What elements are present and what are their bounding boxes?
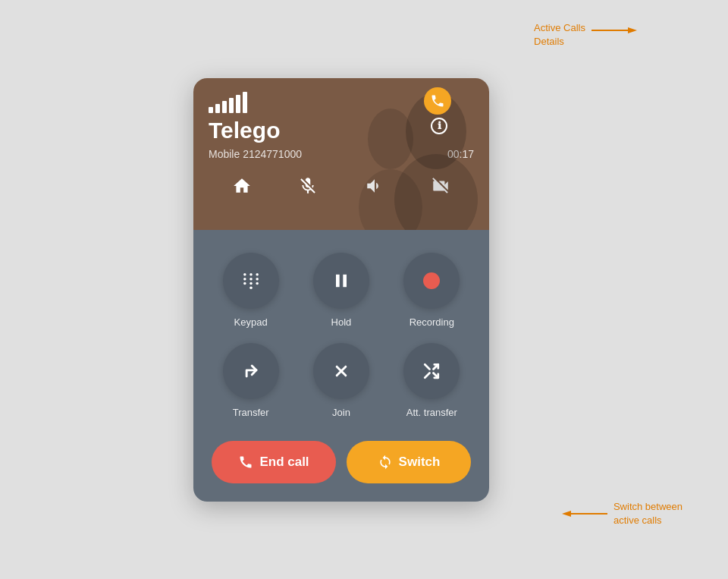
end-call-label: End call bbox=[259, 455, 309, 470]
svg-point-4 bbox=[243, 273, 246, 276]
svg-marker-15 bbox=[628, 27, 637, 33]
call-info-row: Mobile 2124771000 00:17 bbox=[209, 148, 474, 160]
transfer-btn-circle bbox=[223, 343, 279, 399]
svg-point-6 bbox=[256, 273, 259, 276]
svg-point-5 bbox=[249, 273, 253, 276]
hold-btn-circle bbox=[313, 253, 369, 309]
active-calls-annotation: Active CallsDetails bbox=[534, 21, 637, 49]
svg-point-9 bbox=[256, 277, 259, 280]
switch-annotation: Switch betweenactive calls bbox=[562, 500, 682, 527]
att-transfer-label: Att. transfer bbox=[406, 407, 457, 418]
att-transfer-btn-circle bbox=[403, 343, 460, 399]
bottom-buttons: End call Switch bbox=[212, 441, 471, 483]
home-button[interactable] bbox=[230, 174, 254, 198]
transfer-button[interactable]: Transfer bbox=[212, 343, 290, 418]
svg-marker-17 bbox=[562, 511, 571, 517]
phone-ui: ℹ Telego Mobile 2124771000 00:17 bbox=[193, 78, 489, 502]
action-panel: Keypad Hold Recording bbox=[193, 230, 489, 502]
svg-point-10 bbox=[243, 282, 246, 285]
recording-dot bbox=[423, 272, 440, 289]
recording-button[interactable]: Recording bbox=[393, 253, 471, 328]
keypad-label: Keypad bbox=[234, 316, 268, 328]
signal-bar-3 bbox=[222, 101, 227, 113]
switch-arrow bbox=[562, 502, 607, 525]
caller-number: Mobile 2124771000 bbox=[209, 148, 302, 160]
end-call-button[interactable]: End call bbox=[212, 441, 336, 483]
active-calls-arrow bbox=[592, 24, 637, 47]
signal-bar-4 bbox=[229, 98, 234, 113]
action-grid: Keypad Hold Recording bbox=[212, 253, 471, 418]
signal-bar-5 bbox=[236, 95, 240, 113]
transfer-label: Transfer bbox=[233, 407, 269, 418]
switch-annotation-text: Switch betweenactive calls bbox=[613, 500, 682, 527]
svg-point-13 bbox=[249, 286, 253, 289]
svg-point-11 bbox=[249, 282, 253, 285]
switch-label: Switch bbox=[399, 455, 441, 470]
signal-bar-1 bbox=[209, 107, 213, 113]
keypad-button[interactable]: Keypad bbox=[212, 253, 290, 328]
att-transfer-button[interactable]: Att. transfer bbox=[393, 343, 471, 418]
call-controls-row bbox=[209, 174, 474, 203]
join-btn-circle bbox=[313, 343, 369, 399]
mute-button[interactable] bbox=[296, 174, 320, 198]
keypad-btn-circle bbox=[223, 253, 279, 309]
svg-point-12 bbox=[256, 282, 259, 285]
svg-point-7 bbox=[243, 277, 246, 280]
signal-bar-6 bbox=[243, 92, 247, 113]
hold-button[interactable]: Hold bbox=[302, 253, 380, 328]
recording-btn-circle bbox=[403, 253, 460, 309]
recording-label: Recording bbox=[410, 316, 454, 328]
call-timer: 00:17 bbox=[447, 148, 474, 160]
active-calls-annotation-text: Active CallsDetails bbox=[534, 21, 585, 49]
speaker-button[interactable] bbox=[362, 174, 387, 198]
join-button[interactable]: Join bbox=[302, 343, 380, 418]
info-icon[interactable]: ℹ bbox=[431, 118, 447, 134]
call-header: ℹ Telego Mobile 2124771000 00:17 bbox=[193, 78, 489, 230]
switch-button[interactable]: Switch bbox=[347, 441, 471, 483]
signal-bar-2 bbox=[215, 104, 220, 113]
active-calls-badge[interactable] bbox=[424, 87, 451, 115]
switch-icon bbox=[378, 455, 393, 470]
hold-label: Hold bbox=[331, 316, 352, 328]
svg-point-8 bbox=[249, 277, 253, 280]
video-off-button[interactable] bbox=[428, 174, 453, 198]
end-call-icon bbox=[238, 455, 253, 470]
join-label: Join bbox=[332, 407, 350, 418]
